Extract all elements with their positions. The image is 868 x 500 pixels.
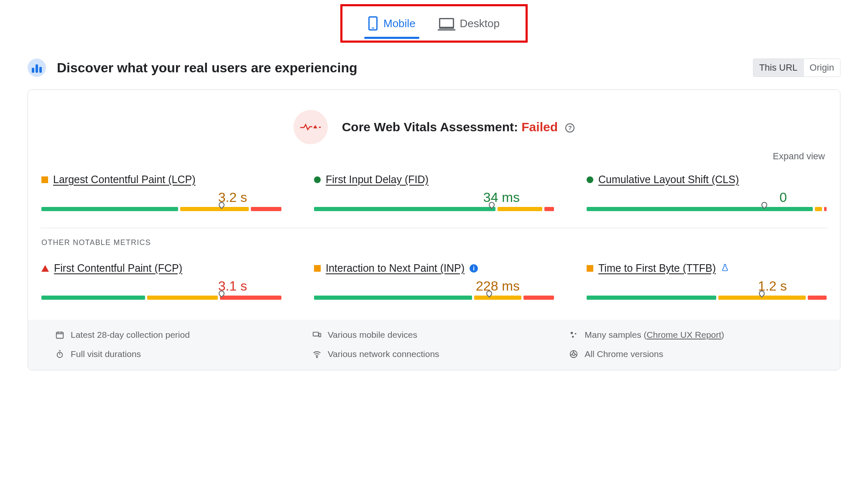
desktop-icon [439, 18, 454, 29]
stopwatch-icon [55, 349, 65, 359]
info-versions: All Chrome versions [569, 349, 813, 359]
svg-point-7 [572, 336, 574, 338]
vitals-card: Core Web Vitals Assessment: Failed ? Exp… [28, 89, 840, 370]
tab-desktop[interactable]: Desktop [439, 17, 500, 30]
metric-ttfb-name[interactable]: Time to First Byte (TTFB) [598, 262, 716, 274]
status-square-orange-icon [314, 265, 321, 272]
assessment-badge-icon [294, 110, 328, 144]
info-collection-period: Latest 28-day collection period [55, 330, 299, 340]
svg-rect-3 [313, 332, 318, 336]
other-metrics-label: OTHER NOTABLE METRICS [41, 238, 827, 247]
chrome-icon [569, 349, 579, 359]
chrome-ux-report-link[interactable]: Chrome UX Report [647, 330, 722, 339]
header-row: Discover what your real users are experi… [0, 43, 868, 84]
metric-inp-bar [314, 296, 554, 300]
core-metrics-grid: Largest Contentful Paint (LCP) 3.2 s Fir… [41, 173, 827, 211]
help-icon[interactable]: ? [565, 123, 574, 133]
svg-rect-2 [56, 332, 64, 339]
svg-point-11 [572, 353, 575, 355]
expand-view-link[interactable]: Expand view [41, 147, 827, 173]
page-title: Discover what your real users are experi… [57, 60, 753, 76]
samples-icon [569, 330, 579, 340]
metric-inp: Interaction to Next Paint (INP) i 228 ms [314, 262, 554, 300]
metric-cls-name[interactable]: Cumulative Layout Shift (CLS) [598, 173, 739, 186]
scope-this-url-button[interactable]: This URL [753, 59, 804, 77]
metric-lcp: Largest Contentful Paint (LCP) 3.2 s [41, 173, 281, 211]
metric-cls-value: 0 [587, 190, 827, 205]
assessment-status: Failed [521, 120, 558, 134]
metric-fid-name[interactable]: First Input Delay (FID) [326, 173, 429, 186]
metric-inp-value: 228 ms [314, 278, 554, 294]
svg-point-5 [571, 332, 573, 334]
assessment-label: Core Web Vitals Assessment: [342, 120, 522, 134]
scope-toggle: This URL Origin [753, 59, 840, 77]
info-network: Various network connections [312, 349, 557, 359]
svg-point-9 [316, 357, 317, 357]
tab-mobile-label: Mobile [383, 17, 416, 30]
device-tabs-highlight-box: Mobile Desktop [340, 4, 528, 43]
metrics-divider [41, 228, 827, 228]
status-circle-green-icon [587, 176, 593, 183]
metric-ttfb-bar [587, 296, 827, 300]
info-devices: Various mobile devices [312, 330, 557, 340]
metric-ttfb: Time to First Byte (TTFB) 1.2 s [587, 262, 827, 300]
status-square-orange-icon [41, 176, 48, 183]
metric-fcp-name[interactable]: First Contentful Paint (FCP) [54, 262, 182, 274]
metric-cls: Cumulative Layout Shift (CLS) 0 [587, 173, 827, 211]
svg-rect-4 [319, 333, 321, 337]
info-durations: Full visit durations [55, 349, 299, 359]
info-samples: Many samples (Chrome UX Report) [569, 330, 813, 340]
svg-rect-1 [319, 127, 321, 128]
tab-desktop-label: Desktop [460, 17, 500, 30]
users-chart-icon [28, 59, 46, 77]
info-panel: Latest 28-day collection period Various … [28, 320, 840, 370]
metric-fid-bar [314, 207, 554, 211]
metric-fcp: First Contentful Paint (FCP) 3.1 s [41, 262, 281, 300]
metric-lcp-value: 3.2 s [41, 190, 281, 205]
metric-fcp-bar [41, 296, 281, 300]
metric-ttfb-value: 1.2 s [587, 278, 827, 294]
status-circle-green-icon [314, 176, 321, 183]
mobile-icon [368, 16, 378, 31]
device-tabs-container: Mobile Desktop [0, 0, 868, 43]
metric-fcp-value: 3.1 s [41, 278, 281, 294]
calendar-icon [55, 330, 65, 340]
scope-origin-button[interactable]: Origin [803, 59, 840, 77]
devices-icon [312, 330, 322, 340]
metric-fid-value: 34 ms [314, 190, 554, 205]
status-square-orange-icon [587, 265, 593, 272]
info-icon[interactable]: i [470, 264, 478, 273]
assessment-row: Core Web Vitals Assessment: Failed ? [41, 102, 827, 147]
status-triangle-red-icon [41, 265, 49, 272]
metric-lcp-bar [41, 207, 281, 211]
metric-inp-name[interactable]: Interaction to Next Paint (INP) [326, 262, 465, 274]
metric-lcp-name[interactable]: Largest Contentful Paint (LCP) [53, 173, 195, 186]
wifi-icon [312, 349, 322, 359]
svg-point-6 [575, 333, 577, 334]
metric-cls-bar [587, 207, 827, 211]
other-metrics-grid: First Contentful Paint (FCP) 3.1 s Inter… [41, 262, 827, 300]
experimental-flask-icon[interactable] [721, 262, 729, 274]
svg-marker-0 [313, 125, 317, 128]
assessment-text: Core Web Vitals Assessment: Failed ? [342, 120, 575, 134]
tab-mobile[interactable]: Mobile [368, 16, 416, 31]
tab-active-underline [364, 37, 419, 39]
metric-fid: First Input Delay (FID) 34 ms [314, 173, 554, 211]
